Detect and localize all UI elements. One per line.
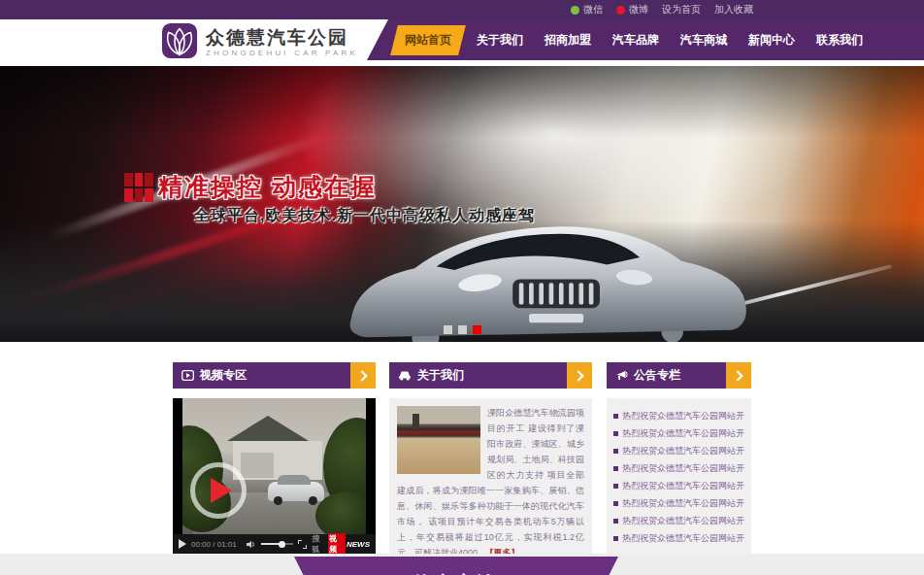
nav-item-about[interactable]: 关于我们 [466, 25, 534, 55]
nav-item-home[interactable]: 网站首页 [390, 25, 466, 55]
add-favorite-link[interactable]: 加入收藏 [714, 3, 753, 17]
notice-item[interactable]: 热烈祝贺众德慧汽车公园网站开通了！ [613, 477, 744, 494]
about-section-title: 关于我们 [417, 367, 464, 384]
nav-item-label: 汽车品牌 [612, 33, 659, 47]
footer-title: 汽车商城 [294, 571, 618, 575]
bullet-icon [613, 484, 618, 489]
wechat-label: 微信 [583, 3, 603, 17]
bullet-icon [613, 519, 618, 524]
notice-item[interactable]: 热烈祝贺众德慧汽车公园网站开通了！ [613, 529, 744, 547]
car-icon [398, 370, 412, 381]
bullet-icon [613, 449, 618, 454]
weibo-icon [616, 6, 625, 15]
video-section-header: 视频专区 [173, 362, 376, 389]
volume-slider[interactable] [261, 543, 294, 545]
notice-item[interactable]: 热烈祝贺众德慧汽车公园网站开通了！ [613, 494, 744, 512]
play-button[interactable] [190, 462, 247, 519]
topbar: 微信 微博 设为首页 加入收藏 [0, 0, 924, 19]
notice-section-title: 公告专栏 [634, 367, 680, 384]
notice-text: 热烈祝贺众德慧汽车公园网站开通了！ [622, 480, 744, 492]
notice-text: 热烈祝贺众德慧汽车公园网站开通了！ [622, 515, 744, 527]
notice-text: 热烈祝贺众德慧汽车公园网站开通了！ [622, 462, 744, 475]
bullet-icon [613, 536, 618, 541]
notice-text: 热烈祝贺众德慧汽车公园网站开通了！ [622, 445, 744, 457]
chevron-right-icon [356, 370, 367, 381]
video-player[interactable]: 00:00 / 01:01 搜狐 视频 NEWS [173, 398, 376, 554]
volume-icon[interactable] [247, 540, 256, 549]
notice-more-button[interactable] [726, 362, 751, 389]
nav-item-label: 招商加盟 [544, 33, 591, 47]
about-section-header: 关于我们 [389, 362, 592, 389]
sohu-video-logo: 搜狐 视频 NEWS [312, 533, 370, 554]
video-section-title: 视频专区 [200, 367, 247, 384]
video-more-button[interactable] [350, 362, 376, 389]
bullet-icon [613, 414, 618, 419]
house-roof [227, 416, 309, 441]
set-home-label: 设为首页 [662, 3, 701, 17]
nav-item-label: 汽车商城 [680, 33, 727, 47]
lotus-icon [161, 22, 198, 63]
nav-item-brands[interactable]: 汽车品牌 [602, 25, 670, 55]
weibo-label: 微博 [629, 3, 648, 17]
bullet-icon [613, 501, 618, 506]
play-icon [211, 478, 232, 503]
nav-item-news[interactable]: 新闻中心 [738, 25, 806, 55]
nav-item-label: 新闻中心 [748, 33, 795, 47]
bullet-icon [613, 466, 618, 471]
notice-text: 热烈祝贺众德慧汽车公园网站开通了！ [622, 427, 744, 440]
nav-item-mall[interactable]: 汽车商城 [670, 25, 738, 55]
add-favorite-label: 加入收藏 [714, 3, 753, 17]
notice-item[interactable]: 热烈祝贺众德慧汽车公园网站开通了！ [613, 459, 744, 477]
news-label: NEWS [346, 540, 370, 549]
chevron-right-icon [573, 370, 583, 381]
logo-title: 众德慧汽车公园 [206, 27, 358, 49]
hero-subheadline: 全球平台,欧美技术.新一代中高级私人动感座驾 [194, 206, 535, 226]
notice-text: 热烈祝贺众德慧汽车公园网站开通了！ [622, 497, 744, 510]
carousel-dot[interactable] [458, 325, 467, 334]
video-time: 00:00 / 01:01 [191, 540, 237, 549]
video-label: 视频 [328, 533, 346, 554]
footer: 汽车商城 [0, 554, 924, 575]
carousel-indicators [0, 325, 924, 334]
nav-item-join[interactable]: 招商加盟 [534, 25, 602, 55]
weibo-link[interactable]: 微博 [616, 3, 648, 17]
wechat-icon [571, 6, 579, 15]
notice-item[interactable]: 热烈祝贺众德慧汽车公园网站开通了！ [613, 424, 744, 442]
red-grid-icon [124, 173, 153, 202]
nav-item-contact[interactable]: 联系我们 [806, 25, 874, 55]
logo[interactable]: 众德慧汽车公园 ZHONGDEHUI CAR PARK [161, 22, 358, 63]
nav-item-label: 网站首页 [405, 32, 451, 49]
notice-text: 热烈祝贺众德慧汽车公园网站开通了！ [622, 532, 744, 545]
nav-item-label: 关于我们 [477, 33, 523, 47]
video-controls: 00:00 / 01:01 搜狐 视频 NEWS [173, 534, 376, 554]
content-area: 视频专区 关于我们 公告专栏 [173, 362, 751, 554]
wechat-link[interactable]: 微信 [571, 3, 603, 17]
video-icon [182, 370, 194, 381]
nav-item-label: 联系我们 [816, 33, 863, 47]
notice-item[interactable]: 热烈祝贺众德慧汽车公园网站开通了！ [613, 407, 744, 424]
carousel-dot-active[interactable] [473, 325, 481, 334]
carousel-dot[interactable] [444, 325, 452, 334]
notice-text: 热烈祝贺众德慧汽车公园网站开通了！ [622, 410, 744, 423]
footer-banner: 汽车商城 [294, 557, 618, 575]
set-home-link[interactable]: 设为首页 [662, 3, 701, 17]
notice-item[interactable]: 热烈祝贺众德慧汽车公园网站开通了！ [613, 512, 744, 529]
chevron-right-icon [732, 370, 742, 381]
about-thumbnail-image [397, 406, 480, 474]
logo-subtitle: ZHONGDEHUI CAR PARK [206, 49, 358, 58]
sohu-label: 搜狐 [312, 533, 327, 554]
notice-list: 热烈祝贺众德慧汽车公园网站开通了！ 热烈祝贺众德慧汽车公园网站开通了！ 热烈祝贺… [607, 398, 751, 554]
main-nav: 网站首页 关于我们 招商加盟 汽车品牌 汽车商城 新闻中心 联系我们 [367, 19, 924, 60]
hero-banner: 精准操控 动感在握 全球平台,欧美技术.新一代中高级私人动感座驾 [0, 66, 924, 342]
play-control-icon[interactable] [179, 539, 186, 549]
bullet-icon [613, 431, 618, 436]
fullscreen-icon[interactable] [298, 540, 307, 549]
about-more-button[interactable] [567, 362, 592, 389]
hero-car-image [335, 181, 752, 342]
logo-text: 众德慧汽车公园 ZHONGDEHUI CAR PARK [206, 27, 358, 58]
notice-section-header: 公告专栏 [607, 362, 751, 389]
megaphone-icon [615, 370, 628, 382]
notice-item[interactable]: 热烈祝贺众德慧汽车公园网站开通了！ [613, 442, 744, 459]
car-in-video [268, 482, 324, 501]
about-content: 溧阳众德慧汽车物流园项目的开工 建设得到了溧阳市政府、溧城区、城乡规划局、土地局… [389, 398, 592, 554]
